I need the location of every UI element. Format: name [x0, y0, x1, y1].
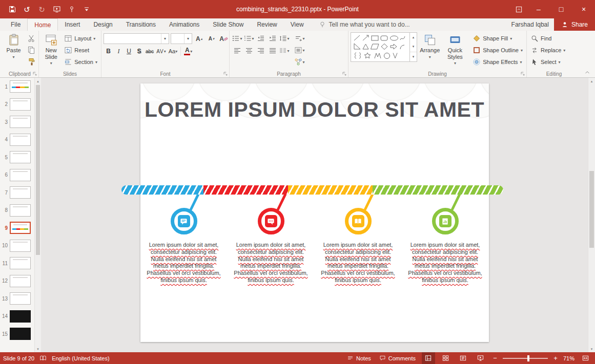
magnifier-ring[interactable]	[345, 208, 372, 234]
justify-button[interactable]	[267, 46, 278, 56]
shape-fill-button[interactable]: Shape Fill	[471, 33, 524, 44]
account-user-name[interactable]: Farshad Iqbal	[506, 18, 554, 31]
character-spacing-button[interactable]: AV	[155, 46, 167, 56]
section-button[interactable]: Section	[63, 57, 99, 67]
maximize-button[interactable]: □	[550, 0, 572, 18]
scroll-down-icon[interactable]: ▾	[588, 346, 595, 352]
column-text[interactable]: Lorem ipsum dolor sit amet, consectetur …	[145, 242, 223, 284]
arrange-button[interactable]: Arrange	[419, 32, 441, 70]
layout-button[interactable]: Layout	[63, 33, 99, 44]
align-left-button[interactable]	[232, 46, 242, 56]
normal-view-button[interactable]	[422, 352, 435, 364]
magnifier-ring[interactable]	[258, 208, 284, 234]
font-size-dropdown-icon[interactable]: ▾	[184, 34, 192, 44]
slideshow-view-button[interactable]	[474, 352, 487, 364]
start-from-beginning-button[interactable]	[50, 2, 64, 17]
clear-formatting-button[interactable]: A	[218, 34, 229, 44]
tab-home[interactable]: Home	[27, 18, 58, 31]
tab-file[interactable]: File	[4, 18, 27, 31]
shapes-scroll-up-button[interactable]: ▴	[410, 33, 417, 42]
touch-mouse-mode-button[interactable]	[65, 2, 78, 17]
shapes-scroll-down-button[interactable]: ▾	[410, 42, 417, 51]
increase-font-size-button[interactable]: A▴	[194, 34, 204, 44]
tell-me-box[interactable]: Tell me what you want to do...	[319, 18, 410, 31]
slide-sorter-view-button[interactable]	[439, 352, 453, 364]
font-size-combo[interactable]: ▾	[171, 33, 192, 44]
language-status[interactable]: English (United States)	[52, 355, 110, 361]
bullets-button[interactable]	[232, 33, 242, 44]
align-text-button[interactable]	[294, 45, 305, 55]
minimize-button[interactable]: –	[527, 0, 550, 18]
close-button[interactable]: ×	[572, 0, 595, 18]
format-painter-button[interactable]	[26, 57, 36, 67]
shape-outline-button[interactable]: Shape Outline	[471, 45, 524, 55]
find-button[interactable]: Find	[529, 33, 567, 44]
align-right-button[interactable]	[255, 46, 266, 56]
drawing-dialog-launcher[interactable]	[520, 71, 525, 76]
shape-effects-button[interactable]: Shape Effects	[471, 57, 524, 67]
convert-to-smartart-button[interactable]	[294, 57, 305, 67]
rope-segment-green[interactable]	[373, 185, 503, 195]
line-spacing-button[interactable]	[279, 33, 290, 44]
paragraph-dialog-launcher[interactable]	[341, 71, 347, 76]
font-dialog-launcher[interactable]	[222, 71, 228, 76]
clipboard-dialog-launcher[interactable]	[32, 71, 37, 76]
font-size-input[interactable]	[171, 36, 184, 42]
notes-button[interactable]: Notes	[345, 352, 373, 364]
rope-segment-red[interactable]	[203, 185, 288, 195]
comments-button[interactable]: Comments	[377, 352, 418, 364]
numbering-button[interactable]	[243, 33, 254, 44]
strikethrough-button[interactable]: abc	[145, 46, 155, 56]
spellcheck-button[interactable]	[39, 355, 47, 362]
paste-button[interactable]: Paste	[3, 32, 24, 70]
zoom-slider[interactable]	[503, 358, 548, 359]
font-name-dropdown-icon[interactable]: ▾	[161, 34, 169, 44]
tab-animations[interactable]: Animations	[162, 18, 206, 31]
font-name-input[interactable]	[104, 36, 161, 42]
zoom-level[interactable]: 71%	[563, 355, 575, 361]
thumbnail-scrollbar-thumb[interactable]	[36, 85, 40, 255]
rope-segment-blue[interactable]	[121, 185, 203, 195]
scroll-up-icon[interactable]: ▴	[588, 78, 595, 84]
zoom-in-button[interactable]: +	[552, 354, 559, 362]
italic-button[interactable]: I	[114, 46, 124, 56]
font-name-combo[interactable]: ▾	[104, 33, 169, 44]
save-button[interactable]	[5, 2, 19, 17]
canvas-scrollbar[interactable]: ▴ ▾	[588, 78, 595, 352]
canvas-scrollbar-thumb[interactable]	[589, 171, 594, 248]
tab-view[interactable]: View	[284, 18, 311, 31]
tab-review[interactable]: Review	[250, 18, 283, 31]
align-center-button[interactable]	[243, 46, 254, 56]
select-button[interactable]: Select	[529, 57, 567, 67]
increase-indent-button[interactable]	[267, 33, 278, 44]
columns-button[interactable]	[279, 46, 290, 56]
scroll-down-icon[interactable]: ▾	[35, 346, 41, 352]
decrease-font-size-button[interactable]: A▾	[206, 34, 217, 44]
change-case-button[interactable]: Aa	[168, 46, 178, 56]
copy-button[interactable]	[26, 45, 36, 55]
tab-insert[interactable]: Insert	[58, 18, 87, 31]
scroll-up-icon[interactable]: ▴	[35, 78, 41, 84]
column-text[interactable]: Lorem ipsum dolor sit amet, consectetur …	[232, 242, 311, 284]
undo-button[interactable]: ↺	[20, 2, 34, 17]
slide-title[interactable]: LOREM IPSUM DOLOR SIT AMET	[140, 98, 489, 122]
new-slide-button[interactable]: New Slide	[41, 32, 61, 70]
rope-graphic[interactable]	[121, 185, 503, 195]
ribbon-display-options-button[interactable]	[510, 0, 527, 18]
magnifier-ring[interactable]	[171, 208, 197, 234]
zoom-out-button[interactable]: −	[491, 354, 499, 362]
decrease-indent-button[interactable]	[255, 33, 266, 44]
shapes-gallery[interactable]	[351, 32, 410, 62]
customize-qat-button[interactable]	[79, 2, 93, 17]
magnifier-ring[interactable]	[432, 208, 459, 234]
slide-editor[interactable]: LOREM IPSUM DOLOR SIT AMET	[140, 83, 489, 342]
text-shadow-button[interactable]: S	[134, 46, 144, 56]
tab-design[interactable]: Design	[87, 18, 119, 31]
reset-button[interactable]: Reset	[63, 45, 99, 55]
reading-view-button[interactable]	[457, 352, 470, 364]
underline-button[interactable]: U	[124, 46, 134, 56]
quick-styles-button[interactable]: Quick Styles	[443, 32, 468, 70]
tab-transitions[interactable]: Transitions	[119, 18, 162, 31]
tab-slideshow[interactable]: Slide Show	[206, 18, 250, 31]
redo-button[interactable]: ↻	[35, 2, 49, 17]
